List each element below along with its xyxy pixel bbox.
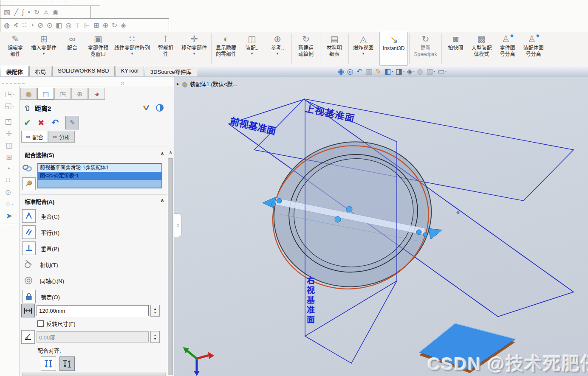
toolbar-icon[interactable]: ▫ — [31, 0, 32, 4]
panel-scrollbar[interactable]: ∧ — [167, 150, 174, 376]
chevron-down-icon[interactable]: ▾ — [251, 51, 253, 56]
angle-input[interactable] — [37, 331, 149, 342]
spin-down-icon[interactable]: ▼ — [154, 311, 157, 314]
ribbon-button[interactable] — [378, 34, 378, 64]
scroll-up-icon[interactable]: ∧ — [167, 150, 174, 157]
distance-spinner[interactable]: ▲ ▼ — [150, 305, 160, 317]
view-tool-button[interactable]: ◧ · — [384, 68, 393, 75]
docked-tool-button[interactable]: ◰ · — [1, 117, 18, 126]
view-tool-button[interactable]: ◨ · — [396, 68, 405, 75]
toolbar-icon[interactable]: ▫ — [17, 0, 19, 4]
toolbar-icon[interactable]: ╱ — [14, 9, 18, 16]
toolbar-icon[interactable]: ⊙ — [47, 22, 52, 29]
lock-mate-button[interactable]: 锁定(O) — [22, 289, 167, 304]
docked-tool-button[interactable]: ∷ · — [1, 176, 18, 185]
next-section-edge[interactable] — [22, 373, 166, 376]
chevron-down-icon[interactable]: ▾ — [43, 51, 45, 56]
toolbar-icon[interactable]: ◧ — [56, 22, 62, 29]
ribbon-button[interactable] — [441, 34, 442, 64]
perpendicular-mate-button[interactable]: 垂直(P) — [22, 241, 167, 255]
undo-button[interactable]: ↶ — [51, 118, 59, 128]
chevron-down-icon[interactable]: · — [11, 202, 13, 207]
panel-splitter-handle[interactable] — [174, 213, 182, 237]
toolbar-icon[interactable]: • — [28, 9, 30, 16]
ribbon-button[interactable]: ♙ 装配体图 号分离 — [520, 32, 547, 66]
view-tool-button[interactable]: ◉ — [338, 68, 345, 75]
toolbar-icon[interactable]: ◉ — [52, 9, 58, 16]
view-tool-button[interactable]: ◈ · — [407, 68, 415, 75]
command-tab[interactable]: 装配体 — [1, 66, 28, 76]
ok-button[interactable]: ✔ — [24, 118, 31, 128]
chevron-down-icon[interactable]: · — [445, 69, 447, 74]
docked-tool-button[interactable]: ◔ · — [1, 165, 18, 173]
toolbar-icon[interactable]: ⊘ — [37, 22, 43, 29]
toolbar-icon[interactable]: ◬ — [43, 9, 48, 16]
chevron-down-icon[interactable]: · — [392, 69, 393, 74]
view-tool-button[interactable]: ▭ · — [438, 68, 447, 75]
panel-tab[interactable]: ▤ — [37, 88, 54, 100]
docked-tool-button[interactable]: ◫ — [1, 141, 18, 150]
toolbar-icon[interactable]: ⊩ — [84, 22, 90, 29]
ribbon-button[interactable]: ✛ 移动零部件 ▾ — [178, 32, 210, 66]
toolbar-icon[interactable]: ▫ — [37, 0, 39, 4]
ribbon-button[interactable] — [348, 34, 349, 64]
collapse-section-icon[interactable]: ∧ — [158, 151, 167, 157]
tangent-mate-button[interactable]: 相切(T) — [22, 257, 167, 272]
ribbon-button[interactable]: ▣ 零部件预 览窗口 — [85, 32, 111, 66]
pen-mode-button[interactable]: ✎ — [65, 116, 79, 129]
docked-tool-button[interactable]: ◱ · — [1, 101, 18, 114]
ribbon-button[interactable]: ◬ 爆炸视图 ▾ — [350, 32, 376, 66]
chevron-down-icon[interactable]: ▾ — [193, 51, 195, 56]
selection-item[interactable]: 前视基准面@滑轮-1@装配体1 — [38, 164, 161, 172]
toolbar-icon[interactable]: ▫ — [10, 0, 11, 4]
toolbar-icon[interactable]: ⊞ — [93, 22, 99, 29]
panel-tab[interactable]: ⊕ — [71, 88, 88, 100]
ribbon-button[interactable]: ∞ 配合 — [59, 32, 85, 66]
chevron-down-icon[interactable]: · — [13, 92, 14, 97]
spin-up-icon[interactable]: ▲ — [154, 307, 157, 311]
selection-item-selected[interactable]: 面<2>@定位板-1 — [38, 172, 161, 180]
ribbon-button[interactable]: ▤ 材料明 细表 — [322, 32, 347, 66]
concentric-mate-button[interactable]: 同轴心(N) — [22, 273, 167, 288]
toolbar-icon[interactable]: ↻ — [112, 22, 117, 29]
mate-ball-icon[interactable] — [346, 206, 352, 212]
anti-aligned-button[interactable] — [59, 356, 75, 371]
angle-icon[interactable] — [21, 330, 35, 344]
ribbon-button[interactable]: ⊞ 插入零部件 ▾ — [28, 32, 59, 66]
chevron-down-icon[interactable]: · — [413, 69, 415, 74]
toolbar-icon[interactable]: ▫ — [3, 0, 5, 4]
selection-item-empty[interactable] — [38, 180, 161, 188]
chevron-down-icon[interactable]: ▾ — [362, 51, 365, 56]
toolbar-icon[interactable]: ▫ — [45, 0, 46, 4]
toolbar-icon[interactable]: ▫ — [65, 0, 67, 4]
toolbar-icon[interactable]: ∢ — [13, 22, 19, 29]
view-tool-button[interactable]: ◍ — [417, 68, 424, 75]
flyout-feature-tree[interactable]: ▸ ◉ 装配体1 (默认<默... — [177, 80, 237, 88]
toolbar-icon[interactable]: ▧ — [4, 9, 10, 16]
toolbar-icon[interactable]: ▫ — [58, 0, 60, 4]
tab-analysis[interactable]: ∞ 分析 — [48, 131, 75, 143]
panel-tab[interactable]: ◕ — [88, 88, 105, 100]
right-plane[interactable] — [305, 100, 397, 336]
ribbon-button[interactable]: ✎ 编辑零 部件 — [3, 32, 28, 66]
docked-tool-button[interactable]: ◌ · — [1, 200, 18, 208]
command-tab[interactable]: SOLIDWORKS MBD — [52, 66, 115, 76]
toolbar-icon[interactable]: ↻ — [34, 9, 40, 16]
toolbar-icon[interactable]: ⊕ — [102, 22, 108, 29]
toolbar-icon[interactable]: ◍ — [4, 22, 10, 29]
view-tool-button[interactable]: ▨ · — [426, 68, 435, 75]
chevron-down-icon[interactable]: ▾ — [277, 51, 279, 56]
ribbon-button[interactable]: ⊺ 智能扣 件 — [153, 32, 178, 66]
toolbar-icon[interactable]: ⊤ — [75, 22, 81, 29]
ribbon-button[interactable]: ◐ 显示隐藏 的零部件 — [213, 32, 239, 66]
cancel-button[interactable]: ✖ — [38, 118, 45, 128]
chevron-down-icon[interactable]: · — [13, 104, 14, 109]
toolbar-icon[interactable]: ◔ — [30, 22, 34, 29]
docked-tool-button[interactable]: ✛ — [1, 129, 18, 138]
ribbon-button[interactable] — [320, 34, 320, 64]
chevron-down-icon[interactable]: · — [12, 178, 14, 183]
distance-input[interactable] — [37, 305, 149, 316]
collapse-section-icon[interactable]: ∧ — [158, 197, 167, 203]
ribbon-button[interactable]: ∷ 线性零部件阵列 ▾ — [111, 32, 153, 66]
tab-mates[interactable]: ∞ 配合 — [21, 131, 48, 143]
